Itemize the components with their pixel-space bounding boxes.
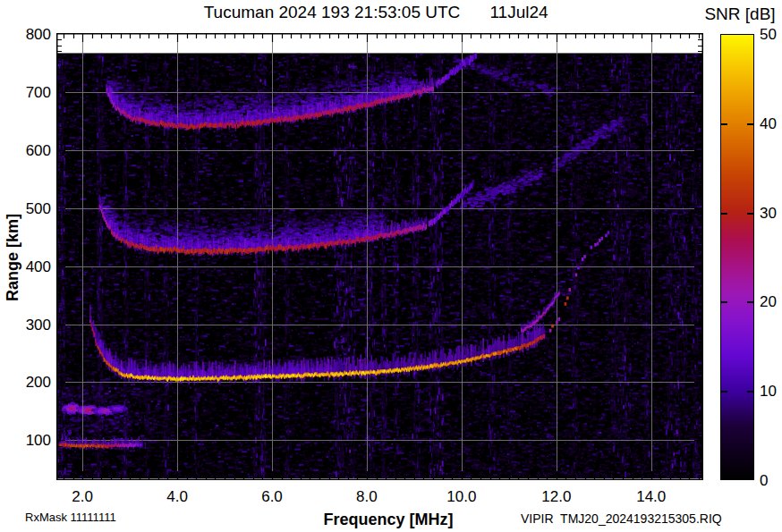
y-axis-title: Range [km] <box>4 214 22 301</box>
colorbar-tick-label: 10 <box>760 383 777 401</box>
x-tick-label: 12.0 <box>541 488 571 506</box>
colorbar-tick <box>747 301 753 303</box>
footer-rxmask: RxMask 11111111 <box>25 511 116 524</box>
colorbar-title: SNR [dB] <box>704 4 775 24</box>
footer-filename: VIPIR TMJ20_2024193215305.RIQ <box>521 511 722 526</box>
x-tick-label: 14.0 <box>636 488 666 506</box>
y-tick-label: 800 <box>0 26 51 44</box>
colorbar-tick-label: 30 <box>760 205 777 223</box>
x-tick-label: 2.0 <box>72 488 93 506</box>
colorbar-tick-label: 40 <box>760 115 777 133</box>
colorbar-tick <box>721 301 727 303</box>
colorbar-tick <box>721 123 727 125</box>
page-title: Tucuman 2024 193 21:53:05 UTC <box>204 3 461 22</box>
y-tick-label: 700 <box>0 84 51 102</box>
title-date: 11Jul24 <box>489 3 548 22</box>
colorbar-tick-label: 0 <box>760 472 768 490</box>
colorbar-tick <box>747 213 753 215</box>
y-tick-label: 300 <box>0 317 51 334</box>
colorbar-tick <box>747 123 753 125</box>
snr-colorbar <box>720 34 754 480</box>
x-tick-label: 10.0 <box>446 488 476 506</box>
y-tick-label: 100 <box>0 432 51 450</box>
x-tick-label: 6.0 <box>261 488 283 506</box>
colorbar-tick-label: 20 <box>760 293 777 311</box>
x-tick-label: 8.0 <box>356 488 378 506</box>
ionogram-page: Tucuman 2024 193 21:53:05 UTC 11Jul24 SN… <box>0 0 782 532</box>
y-tick-label: 600 <box>0 142 51 160</box>
ionogram-heatmap-canvas <box>56 33 703 480</box>
x-axis-title: Frequency [MHz] <box>323 511 453 529</box>
colorbar-tick-label: 50 <box>760 26 777 44</box>
colorbar-tick <box>747 391 753 393</box>
y-tick-label: 200 <box>0 374 51 392</box>
colorbar-tick <box>721 391 727 393</box>
colorbar-tick <box>721 213 727 215</box>
x-tick-label: 4.0 <box>166 488 188 506</box>
